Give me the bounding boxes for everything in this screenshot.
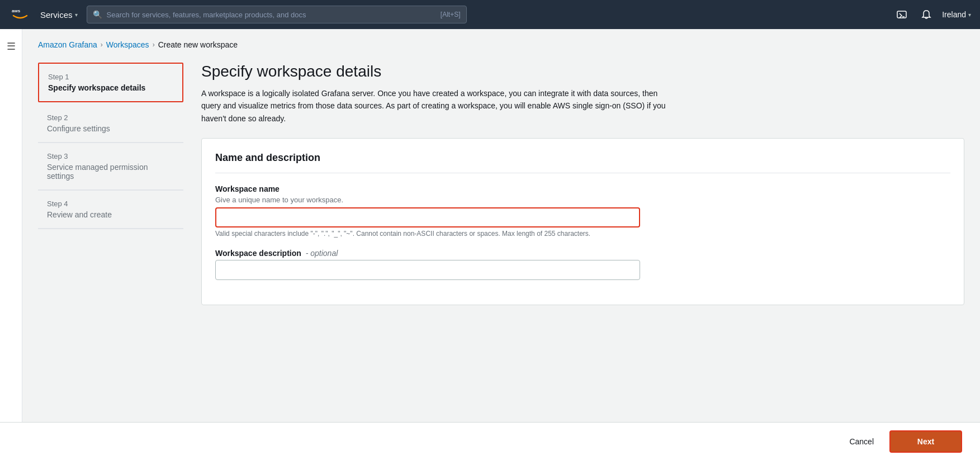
main-content: Amazon Grafana › Workspaces › Create new…: [22, 29, 980, 460]
next-button[interactable]: Next: [889, 430, 962, 453]
workspace-description-field: Workspace description - optional: [215, 249, 950, 280]
page-description: A workspace is a logically isolated Graf…: [201, 87, 671, 125]
region-chevron-icon: ▾: [968, 12, 971, 18]
breadcrumb-sep-1: ›: [101, 41, 103, 49]
step-1-item[interactable]: Step 1 Specify workspace details: [38, 63, 183, 102]
search-shortcut: [Alt+S]: [441, 11, 461, 18]
region-selector[interactable]: Ireland ▾: [942, 10, 971, 19]
card-title: Name and description: [215, 152, 950, 173]
services-label: Services: [40, 10, 73, 20]
workspace-name-validation: Valid special characters include "-", ".…: [215, 230, 640, 238]
top-navigation: aws Services ▾ 🔍 Search for services, fe…: [0, 0, 980, 29]
content-area: Step 1 Specify workspace details Step 2 …: [38, 63, 964, 319]
cancel-button[interactable]: Cancel: [840, 433, 883, 450]
step-1-title: Specify workspace details: [48, 83, 173, 92]
step-divider-4: [38, 229, 183, 229]
breadcrumb-amazon-grafana[interactable]: Amazon Grafana: [38, 40, 97, 49]
bell-icon[interactable]: [917, 6, 935, 23]
workspace-name-hint: Give a unique name to your workspace.: [215, 196, 950, 204]
nav-icons: Ireland ▾: [893, 6, 971, 23]
breadcrumb-workspaces[interactable]: Workspaces: [106, 40, 149, 49]
svg-rect-0: [9, 3, 31, 26]
breadcrumb-current: Create new workspace: [158, 40, 238, 49]
aws-logo[interactable]: aws: [9, 3, 31, 26]
search-placeholder: Search for services, features, marketpla…: [107, 11, 306, 19]
step-3-number: Step 3: [47, 152, 174, 160]
breadcrumb-sep-2: ›: [153, 41, 155, 49]
workspace-desc-optional: - optional: [306, 249, 338, 258]
steps-panel: Step 1 Specify workspace details Step 2 …: [38, 63, 183, 319]
svg-rect-2: [897, 11, 906, 18]
workspace-desc-label: Workspace description - optional: [215, 249, 950, 258]
step-3-title: Service managed permission settings: [47, 163, 174, 181]
step-2-title: Configure settings: [47, 124, 174, 133]
step-1-number: Step 1: [48, 73, 173, 81]
terminal-icon[interactable]: [893, 6, 911, 23]
breadcrumb: Amazon Grafana › Workspaces › Create new…: [38, 40, 964, 49]
step-2-item[interactable]: Step 2 Configure settings: [38, 105, 183, 143]
services-menu[interactable]: Services ▾: [40, 10, 78, 20]
hamburger-icon: ☰: [7, 40, 16, 53]
search-bar[interactable]: 🔍 Search for services, features, marketp…: [87, 6, 467, 23]
workspace-name-field: Workspace name Give a unique name to you…: [215, 184, 950, 238]
page-footer: Cancel Next: [0, 422, 980, 460]
region-label: Ireland: [942, 10, 966, 19]
workspace-name-label: Workspace name: [215, 184, 950, 193]
sidebar-toggle[interactable]: ☰: [0, 29, 22, 460]
svg-text:aws: aws: [12, 8, 21, 13]
services-chevron-icon: ▾: [75, 12, 78, 18]
workspace-description-input[interactable]: [215, 260, 640, 280]
main-panel: Specify workspace details A workspace is…: [201, 63, 964, 319]
step-3-item[interactable]: Step 3 Service managed permission settin…: [38, 143, 183, 190]
page-title: Specify workspace details: [201, 63, 964, 80]
step-2-number: Step 2: [47, 113, 174, 122]
step-4-item[interactable]: Step 4 Review and create: [38, 191, 183, 229]
step-4-title: Review and create: [47, 210, 174, 219]
search-icon: 🔍: [93, 10, 102, 19]
workspace-name-input[interactable]: [215, 207, 640, 227]
page-wrapper: ☰ Amazon Grafana › Workspaces › Create n…: [0, 29, 980, 460]
step-4-number: Step 4: [47, 200, 174, 208]
name-description-card: Name and description Workspace name Give…: [201, 138, 964, 305]
